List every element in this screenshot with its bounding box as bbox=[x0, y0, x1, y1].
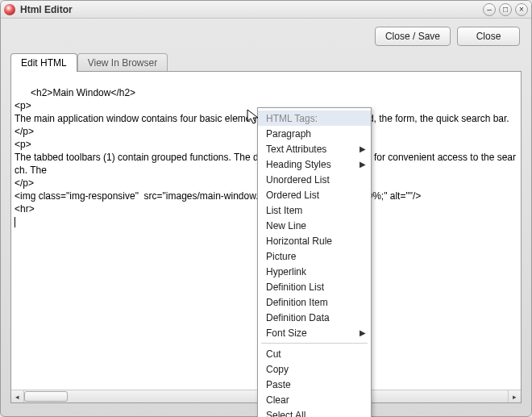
menu-item-text-attributes[interactable]: Text Attributes▶ bbox=[258, 141, 371, 156]
menu-item-list-item[interactable]: List Item bbox=[258, 202, 371, 218]
menu-item-hyperlink[interactable]: Hyperlink bbox=[258, 264, 371, 279]
menu-item-label: Text Attributes bbox=[266, 144, 326, 155]
scroll-thumb[interactable] bbox=[24, 391, 68, 402]
menu-item-heading-styles[interactable]: Heading Styles▶ bbox=[258, 156, 371, 172]
menu-item-label: Definition Item bbox=[266, 297, 328, 308]
menu-item-font-size[interactable]: Font Size▶ bbox=[258, 325, 371, 340]
minimize-button[interactable]: – bbox=[483, 3, 496, 16]
submenu-arrow-icon: ▶ bbox=[360, 328, 366, 337]
menu-item-copy[interactable]: Copy bbox=[258, 361, 371, 377]
menu-item-horizontal-rule[interactable]: Horizontal Rule bbox=[258, 233, 371, 248]
maximize-button[interactable]: □ bbox=[499, 3, 512, 16]
menu-item-label: Picture bbox=[266, 251, 296, 262]
window-title: Html Editor bbox=[20, 4, 483, 15]
text-caret bbox=[15, 217, 15, 227]
context-menu: HTML Tags: ParagraphText Attributes▶Head… bbox=[257, 107, 372, 417]
menu-item-unordered-list[interactable]: Unordered List bbox=[258, 172, 371, 187]
menu-item-paste[interactable]: Paste bbox=[258, 377, 371, 392]
app-icon bbox=[4, 4, 15, 15]
menu-item-label: Unordered List bbox=[266, 174, 330, 186]
menu-item-label: Copy bbox=[266, 364, 289, 375]
context-menu-header-label: HTML Tags: bbox=[266, 113, 318, 124]
close-button[interactable]: Close bbox=[457, 27, 520, 46]
context-menu-separator bbox=[261, 343, 368, 344]
submenu-arrow-icon: ▶ bbox=[360, 144, 366, 153]
menu-item-label: Paste bbox=[266, 379, 291, 390]
menu-item-label: Definition Data bbox=[266, 312, 330, 323]
menu-item-picture[interactable]: Picture bbox=[258, 248, 371, 264]
tab-edit-html[interactable]: Edit HTML bbox=[10, 53, 77, 72]
menu-item-label: Heading Styles bbox=[266, 159, 331, 170]
menu-item-clear[interactable]: Clear bbox=[258, 392, 371, 407]
menu-item-label: Definition List bbox=[266, 281, 324, 293]
menu-item-ordered-list[interactable]: Ordered List bbox=[258, 187, 371, 202]
menu-item-label: Paragraph bbox=[266, 128, 311, 140]
toolbar: Close / Save Close bbox=[1, 19, 531, 52]
menu-item-label: Font Size bbox=[266, 327, 307, 339]
scroll-right-arrow[interactable]: ▸ bbox=[508, 390, 521, 402]
close-window-button[interactable]: × bbox=[515, 3, 528, 16]
menu-item-label: Cut bbox=[266, 348, 281, 360]
tab-view-in-browser[interactable]: View In Browser bbox=[77, 53, 168, 72]
menu-item-cut[interactable]: Cut bbox=[258, 346, 371, 361]
menu-item-label: Select All bbox=[266, 410, 305, 418]
menu-item-label: List Item bbox=[266, 205, 302, 216]
menu-item-definition-data[interactable]: Definition Data bbox=[258, 310, 371, 325]
menu-item-new-line[interactable]: New Line bbox=[258, 218, 371, 233]
scroll-left-arrow[interactable]: ◂ bbox=[11, 390, 24, 402]
close-save-button[interactable]: Close / Save bbox=[375, 27, 451, 46]
menu-item-label: New Line bbox=[266, 220, 306, 231]
submenu-arrow-icon: ▶ bbox=[360, 160, 366, 169]
menu-item-label: Hyperlink bbox=[266, 266, 306, 277]
menu-item-select-all[interactable]: Select All bbox=[258, 407, 371, 417]
menu-item-definition-item[interactable]: Definition Item bbox=[258, 294, 371, 310]
menu-item-label: Clear bbox=[266, 394, 289, 406]
menu-item-paragraph[interactable]: Paragraph bbox=[258, 126, 371, 141]
menu-item-definition-list[interactable]: Definition List bbox=[258, 279, 371, 294]
tab-bar: Edit HTML View In Browser bbox=[1, 52, 531, 71]
menu-item-label: Horizontal Rule bbox=[266, 236, 332, 247]
context-menu-header: HTML Tags: bbox=[258, 111, 371, 126]
titlebar[interactable]: Html Editor – □ × bbox=[1, 1, 531, 19]
menu-item-label: Ordered List bbox=[266, 190, 319, 201]
